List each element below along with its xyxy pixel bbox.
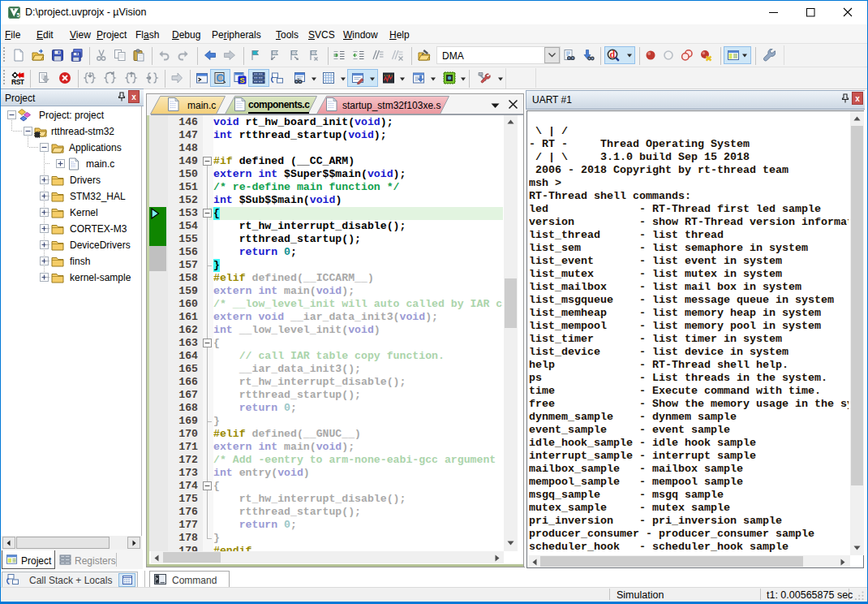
svg-text:d: d <box>610 49 616 60</box>
svg-text:RST: RST <box>11 78 24 84</box>
svg-text:5: 5 <box>17 12 20 18</box>
svg-text:S: S <box>240 76 245 84</box>
